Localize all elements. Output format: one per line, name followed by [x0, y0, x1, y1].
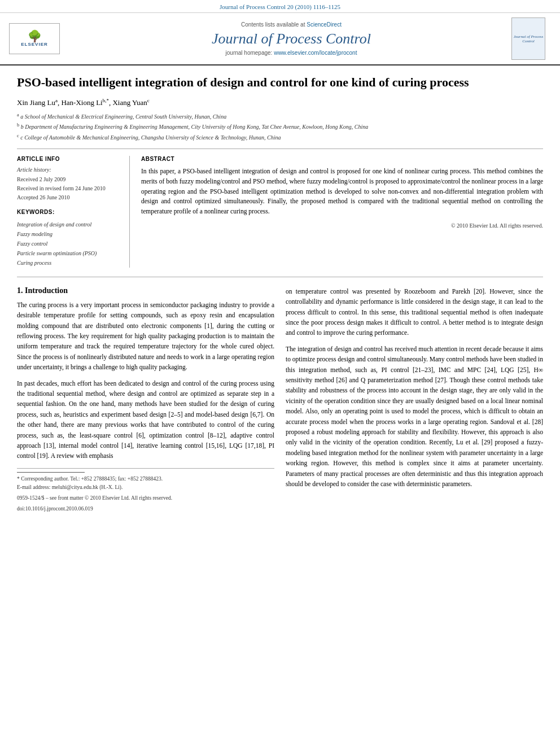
logo-area: 🌳 ELSEVIER [9, 23, 71, 54]
body-left-column: 1. Introduction The curing process is a … [17, 286, 274, 514]
affiliation-a: a a School of Mechanical & Electrical En… [17, 112, 543, 121]
right-paragraph-2: The integration of design and control ha… [286, 344, 543, 489]
corresponding-footnote: * Corresponding author. Tel.: +852 27888… [17, 475, 274, 483]
affil-sup-b: b,* [103, 98, 109, 103]
journal-cover-image: Journal of Process Control [511, 18, 545, 60]
elsevier-logo: 🌳 ELSEVIER [9, 23, 60, 54]
affiliation-b: b b Department of Manufacturing Engineer… [17, 122, 543, 131]
keyword-4: Particle swarm optimization (PSO) [17, 248, 120, 258]
keyword-5: Curing process [17, 258, 120, 268]
contents-line: Contents lists available at ScienceDirec… [71, 21, 511, 28]
body-content: 1. Introduction The curing process is a … [17, 286, 543, 514]
doi-line: doi:10.1016/j.jprocont.2010.06.019 [17, 505, 274, 513]
intro-paragraph-1: The curing process is a very important p… [17, 300, 274, 373]
body-right-column: on temperature control was presented by … [286, 286, 543, 514]
article-info-abstract-row: ARTICLE INFO Article history: Received 2… [17, 148, 543, 268]
affil-marker-b: b [17, 123, 19, 128]
issn-line: 0959-1524/$ – see front matter © 2010 El… [17, 494, 274, 503]
elsevier-tree-icon: 🌳 [28, 30, 42, 42]
keyword-2: Fuzzy modeling [17, 229, 120, 239]
copyright-line: © 2010 Elsevier Ltd. All rights reserved… [141, 222, 543, 229]
received-revised-date: Received in revised form 24 June 2010 [17, 184, 120, 193]
email-footnote: E-mail address: meluhi@cityu.edu.hk (H.-… [17, 483, 274, 492]
homepage-link[interactable]: www.elsevier.com/locate/jprocont [274, 50, 357, 56]
authors-line: Xin Jiang Lua, Han-Xiong Lib,*, Xiang Yu… [17, 98, 543, 107]
article-info-panel: ARTICLE INFO Article history: Received 2… [17, 156, 130, 268]
affil-a-text: a School of Mechanical & Electrical Engi… [20, 113, 226, 120]
journal-thumbnail: Journal of Process Control [511, 18, 551, 60]
affil-c-text: c College of Automobile & Mechanical Eng… [20, 134, 281, 141]
intro-paragraph-2: In past decades, much effort has been de… [17, 378, 274, 461]
journal-title-area: Contents lists available at ScienceDirec… [71, 21, 511, 56]
abstract-label: ABSTRACT [141, 156, 543, 162]
history-label: Article history: [17, 167, 120, 173]
accepted-date: Accepted 26 June 2010 [17, 193, 120, 202]
keyword-3: Fuzzy control [17, 239, 120, 248]
intro-section-title: 1. Introduction [17, 286, 274, 295]
affil-b-text: b Department of Manufacturing Engineerin… [21, 124, 369, 130]
elsevier-text: ELSEVIER [21, 42, 48, 47]
footnote-divider-line [17, 472, 85, 473]
article-history: Article history: Received 2 July 2009 Re… [17, 167, 120, 202]
article-info-label: ARTICLE INFO [17, 156, 120, 162]
affil-sup-a: a [55, 98, 58, 103]
affiliations: a a School of Mechanical & Electrical En… [17, 112, 543, 142]
journal-name: Journal of Process Control [71, 30, 511, 47]
paper-title: PSO-based intelligent integration of des… [17, 75, 543, 91]
keywords-section: Keywords: Integration of design and cont… [17, 209, 120, 268]
contents-label: Contents lists available at [241, 21, 305, 28]
keyword-1: Integration of design and control [17, 220, 120, 229]
abstract-text: In this paper, a PSO-based intelligent i… [141, 167, 543, 217]
main-content: PSO-based intelligent integration of des… [0, 65, 560, 523]
journal-reference-bar: Journal of Process Control 20 (2010) 111… [0, 0, 560, 13]
keywords-label: Keywords: [17, 209, 120, 215]
affiliation-c: c c College of Automobile & Mechanical E… [17, 133, 543, 142]
sciencedirect-link[interactable]: ScienceDirect [307, 21, 342, 28]
received-date: Received 2 July 2009 [17, 175, 120, 184]
affil-marker-c: c [17, 133, 19, 138]
journal-header: 🌳 ELSEVIER Contents lists available at S… [0, 13, 560, 65]
right-paragraph-1: on temperature control was presented by … [286, 286, 543, 338]
section-divider [17, 277, 543, 277]
footnote-area: * Corresponding author. Tel.: +852 27888… [17, 468, 274, 514]
affil-sup-c: c [147, 98, 150, 103]
affil-marker-a: a [17, 112, 19, 117]
homepage-label: journal homepage: [226, 50, 273, 56]
abstract-panel: ABSTRACT In this paper, a PSO-based inte… [141, 156, 543, 268]
journal-ref-link[interactable]: Journal of Process Control 20 (2010) 111… [220, 3, 340, 10]
homepage-line: journal homepage: www.elsevier.com/locat… [71, 50, 511, 56]
